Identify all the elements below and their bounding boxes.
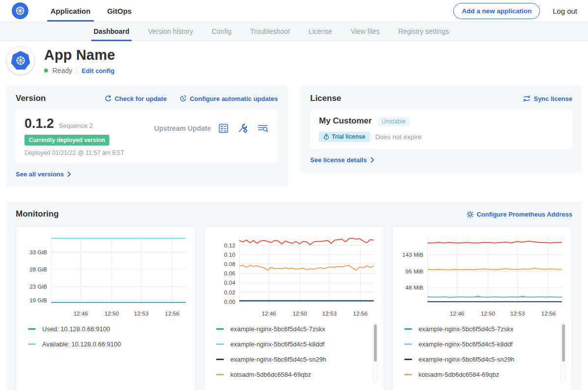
topnav-tab-application[interactable]: Application xyxy=(42,0,99,22)
see-license-details-link[interactable]: See license details xyxy=(310,156,374,164)
scrollbar-thumb[interactable] xyxy=(562,324,565,362)
top-nav: Application GitOps Add a new application… xyxy=(0,0,588,22)
topnav-tab-gitops-label: GitOps xyxy=(107,7,132,15)
status-dot-icon xyxy=(44,69,48,73)
svg-text:28 GiB: 28 GiB xyxy=(29,266,47,272)
legend-scrollbar[interactable] xyxy=(561,322,565,383)
svg-text:12:46: 12:46 xyxy=(74,310,88,317)
auto-update-clock-icon xyxy=(179,95,187,102)
monitoring-heading: Monitoring xyxy=(16,209,59,219)
tab-view-files-label: View files xyxy=(351,27,380,35)
svg-text:0.06: 0.06 xyxy=(224,270,235,276)
configure-automatic-updates-label: Configure automatic updates xyxy=(190,95,278,102)
legend-swatch xyxy=(28,328,36,330)
kubernetes-logo-icon xyxy=(12,2,28,19)
disk-usage-card: 33 GiB28 GiB23 GiB19 GiB12:4612:5012:531… xyxy=(16,226,196,390)
config-wrench-icon[interactable] xyxy=(238,123,248,156)
svg-text:19 GiB: 19 GiB xyxy=(29,297,47,303)
currently-deployed-badge: Currently deployed version xyxy=(24,135,109,146)
legend-label: example-nginx-5bc6f5d4c5-k8ddf xyxy=(230,341,324,348)
legend-label: example-nginx-5bc6f5d4c5-7zskx xyxy=(418,325,514,333)
legend-item: Available: 10.128.0.66:9100 xyxy=(28,341,191,348)
svg-text:0.12: 0.12 xyxy=(224,242,235,248)
svg-text:0.00: 0.00 xyxy=(224,298,235,305)
version-source: Upstream Update xyxy=(147,116,218,156)
see-all-versions-link[interactable]: See all versions xyxy=(16,171,71,178)
legend-item: example-nginx-5bc6f5d4c5-k8ddf xyxy=(404,341,567,348)
preflight-checks-icon[interactable] xyxy=(218,123,229,156)
legend-scrollbar[interactable] xyxy=(372,322,377,383)
tab-version-history[interactable]: Version history xyxy=(139,22,202,41)
scrollbar-thumb[interactable] xyxy=(374,324,377,362)
memory-usage-card: 143 MiB95 MiB48 MiB12:4612:5012:5312:56 … xyxy=(392,226,572,390)
legend-label: Available: 10.128.0.66:9100 xyxy=(42,341,121,348)
topnav-tab-application-label: Application xyxy=(50,7,91,15)
tab-license[interactable]: License xyxy=(299,22,342,41)
legend-swatch xyxy=(216,374,224,375)
legend-item: example-nginx-5bc6f5d4c5-7zskx xyxy=(404,325,567,333)
logout-button[interactable]: Log out xyxy=(550,7,580,15)
svg-text:12:46: 12:46 xyxy=(450,310,465,317)
version-heading: Version xyxy=(16,94,46,103)
sync-license-label: Sync license xyxy=(534,95,572,102)
license-heading: License xyxy=(310,94,341,103)
current-version-card: 0.1.2 Sequence 2 Currently deployed vers… xyxy=(16,110,278,163)
svg-text:12:53: 12:53 xyxy=(510,310,525,317)
svg-text:0.04: 0.04 xyxy=(224,279,235,286)
license-header-links: Sync license xyxy=(523,95,572,102)
check-for-update-link[interactable]: Check for update xyxy=(104,95,167,102)
disk-usage-chart: 33 GiB28 GiB23 GiB19 GiB12:4612:5012:531… xyxy=(21,231,191,319)
svg-text:48 MiB: 48 MiB xyxy=(406,284,424,291)
memory-usage-chart: 143 MiB95 MiB48 MiB12:4612:5012:5312:56 xyxy=(397,231,567,319)
version-header-links: Check for update Configure automatic upd… xyxy=(104,95,278,102)
tab-registry-settings[interactable]: Registry settings xyxy=(389,22,458,41)
app-header: App Name Ready Edit config xyxy=(0,41,588,83)
legend-swatch xyxy=(404,343,412,345)
version-action-icons xyxy=(218,116,269,156)
memory-usage-legend: example-nginx-5bc6f5d4c5-7zskxexample-ng… xyxy=(397,325,567,385)
add-new-application-button[interactable]: Add a new application xyxy=(453,3,540,19)
legend-item: Used: 10.128.0.66:9100 xyxy=(28,325,191,333)
configure-automatic-updates-link[interactable]: Configure automatic updates xyxy=(179,95,278,102)
cpu-usage-card: 0.120.100.080.060.040.020.0012:4612:5012… xyxy=(204,226,384,390)
svg-text:12:56: 12:56 xyxy=(541,310,556,317)
page-title: App Name xyxy=(44,47,115,63)
svg-text:12:56: 12:56 xyxy=(353,310,368,317)
license-card: License Sync license My Customer Unstabl… xyxy=(300,85,582,173)
deploy-logs-icon[interactable] xyxy=(257,123,269,156)
svg-text:23 GiB: 23 GiB xyxy=(29,283,47,290)
svg-text:95 MiB: 95 MiB xyxy=(406,268,424,274)
tab-troubleshoot[interactable]: Troubleshoot xyxy=(241,22,299,41)
see-all-versions-label: See all versions xyxy=(16,171,64,178)
svg-text:12:53: 12:53 xyxy=(134,310,148,317)
divider xyxy=(76,67,77,74)
app-header-text: App Name Ready Edit config xyxy=(44,47,115,74)
tab-troubleshoot-label: Troubleshoot xyxy=(250,27,290,35)
svg-text:0.02: 0.02 xyxy=(224,289,235,295)
tab-dashboard[interactable]: Dashboard xyxy=(84,22,139,41)
tab-dashboard-label: Dashboard xyxy=(94,27,129,35)
trial-license-label: Trial license xyxy=(332,133,366,140)
configure-prometheus-link[interactable]: Configure Prometheus Address xyxy=(466,211,572,218)
svg-text:12:50: 12:50 xyxy=(481,310,495,317)
legend-item: example-nginx-5bc6f5d4c5-k8ddf xyxy=(216,341,379,348)
topnav-tab-gitops[interactable]: GitOps xyxy=(99,0,140,22)
monitoring-header: Monitoring Configure Prometheus Address xyxy=(16,209,572,219)
svg-text:12:53: 12:53 xyxy=(322,310,337,317)
version-card: Version Check for update xyxy=(6,85,288,187)
cpu-usage-chart: 0.120.100.080.060.040.020.0012:4612:5012… xyxy=(209,231,379,319)
tab-license-label: License xyxy=(309,27,332,35)
tab-config[interactable]: Config xyxy=(202,22,241,41)
trial-license-badge: Trial license xyxy=(319,132,370,142)
tab-view-files[interactable]: View files xyxy=(342,22,389,41)
svg-text:143 MiB: 143 MiB xyxy=(402,251,423,258)
legend-swatch xyxy=(216,328,224,330)
svg-text:0.08: 0.08 xyxy=(224,261,235,267)
edit-config-link[interactable]: Edit config xyxy=(81,67,114,74)
status-badge: Ready xyxy=(52,67,72,74)
legend-label: Used: 10.128.0.66:9100 xyxy=(42,325,110,333)
legend-swatch xyxy=(404,359,412,360)
sync-license-link[interactable]: Sync license xyxy=(523,95,572,102)
see-all-versions-row: See all versions xyxy=(16,170,278,178)
legend-swatch xyxy=(404,328,412,330)
